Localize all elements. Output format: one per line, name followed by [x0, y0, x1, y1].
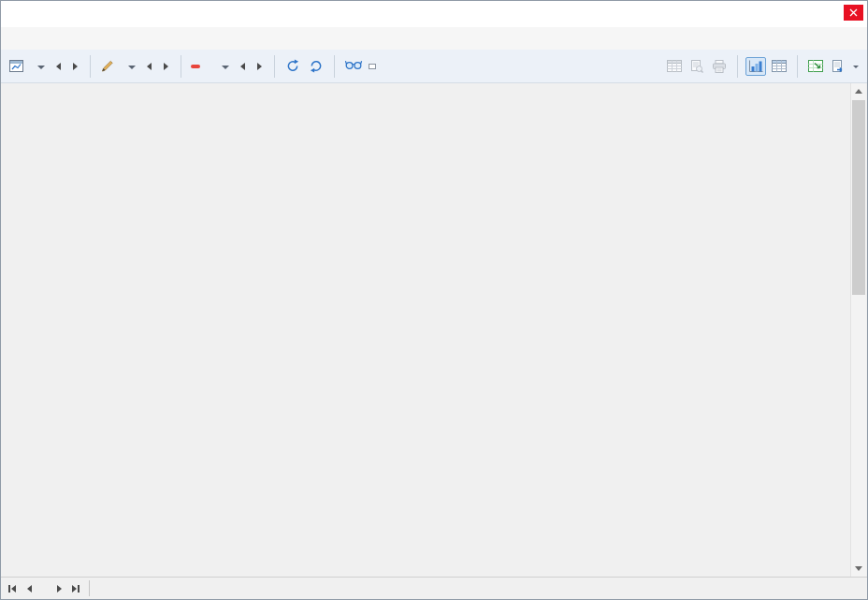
design-situation-badge	[191, 65, 200, 68]
table-pager	[1, 578, 87, 599]
static-analysis-icon	[7, 58, 26, 74]
spreadsheet-button[interactable]	[769, 58, 789, 74]
print-button	[709, 58, 730, 75]
pencil-icon	[98, 58, 117, 74]
analysis-prev-button[interactable]	[51, 57, 65, 76]
table-area	[1, 83, 867, 577]
arrow-down-icon	[855, 566, 862, 571]
chevron-down-icon	[853, 66, 859, 68]
menubar	[1, 27, 867, 50]
app-window	[0, 0, 868, 600]
scroll-up-button[interactable]	[851, 83, 866, 99]
table-settings-button	[664, 58, 685, 74]
arrow-right-icon	[57, 585, 62, 593]
status-bar	[1, 577, 867, 599]
excel-export-button[interactable]	[805, 58, 826, 74]
next-table-button[interactable]	[51, 580, 66, 597]
combination-combo[interactable]	[213, 62, 233, 71]
combination-next-button[interactable]	[253, 57, 267, 76]
arrow-left-icon	[27, 585, 32, 593]
refresh-results-button[interactable]	[306, 57, 326, 75]
toolbar	[1, 50, 867, 83]
result-diagram-button[interactable]	[745, 57, 766, 76]
combination-prev-button[interactable]	[236, 57, 250, 76]
analysis-combo[interactable]	[29, 62, 49, 71]
toolbar-separator	[181, 55, 181, 78]
recalculate-button[interactable]	[282, 57, 303, 75]
glasses-icon	[345, 59, 363, 73]
prev-table-button[interactable]	[22, 580, 36, 597]
toolbar-separator	[90, 55, 91, 78]
close-icon	[849, 8, 858, 17]
arrow-up-icon	[855, 89, 862, 94]
results-prev-button[interactable]	[142, 57, 156, 76]
results-mode-combo[interactable]	[120, 62, 139, 71]
toolbar-separator	[274, 55, 275, 78]
results-next-button[interactable]	[159, 57, 173, 76]
toolbar-separator	[737, 55, 738, 78]
vertical-scrollbar[interactable]	[850, 83, 866, 577]
close-button[interactable]	[844, 5, 863, 21]
last-table-button[interactable]	[68, 580, 83, 597]
scrollbar-thumb[interactable]	[852, 100, 865, 295]
first-table-button[interactable]	[5, 580, 20, 597]
print-preview-button	[687, 58, 706, 75]
result-values-button[interactable]	[369, 64, 376, 69]
scroll-down-button[interactable]	[851, 561, 866, 577]
arrow-right-icon	[72, 585, 77, 593]
chevron-down-icon	[222, 66, 229, 69]
toolbar-separator	[797, 55, 798, 78]
toolbar-separator	[334, 55, 335, 78]
title-bar[interactable]	[1, 1, 867, 27]
statusbar-separator	[89, 580, 90, 596]
chevron-down-icon	[37, 66, 45, 69]
chevron-down-icon	[128, 66, 136, 69]
export-button[interactable]	[829, 58, 847, 75]
arrow-left-icon	[11, 585, 16, 593]
show-results-button[interactable]	[342, 57, 366, 75]
toolbar-overflow-button[interactable]	[850, 64, 861, 68]
analysis-next-button[interactable]	[68, 57, 82, 76]
